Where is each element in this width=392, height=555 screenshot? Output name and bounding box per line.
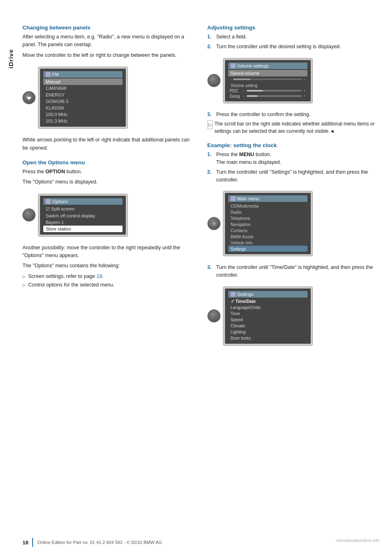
arrow-down-icon <box>27 97 31 100</box>
controller-knob-main-menu <box>207 217 220 230</box>
fm-screen-inner: FM Manual CARIVARI ENERGY GONG96.3 KLASS… <box>40 69 126 127</box>
options-screen-icon <box>46 199 51 204</box>
fm-screen-icon <box>46 72 51 77</box>
pdc-fill <box>247 90 263 92</box>
fm-screen-wrapper: FM Manual CARIVARI ENERGY GONG96.3 KLASS… <box>22 63 195 133</box>
options-screen-title-bar: Options <box>43 198 122 205</box>
fm-item-carivari: CARIVARI <box>43 85 122 92</box>
bold-option: OPTION <box>45 169 65 175</box>
option-bayern: Bayern 1 <box>43 219 122 226</box>
step-adjust-1: 1. Select a field. <box>207 33 380 41</box>
text-options-contains: The "Options" menu contains the followin… <box>22 262 195 270</box>
sv-plus-icon: + <box>303 77 306 82</box>
pdc-plus: + <box>303 89 305 93</box>
menu-cd: CD/Multimedia <box>228 203 307 209</box>
step-clock-num-1: 1. <box>207 151 214 166</box>
settings-climate: Climate <box>228 323 307 329</box>
bullet-screen-settings: Screen settings, refer to page 19. <box>22 273 195 280</box>
option-split-screen: ☑ Split screen <box>43 206 122 213</box>
options-screen-inner: Options ☑ Split screen Switch off contro… <box>40 196 126 235</box>
gong-fill <box>247 95 258 97</box>
fm-item-klassik: KLASSIK <box>43 105 122 111</box>
volume-screen-inner: Volume settings Speed volume − + Volume … <box>225 60 311 101</box>
text-changing-panels-1: After selecting a menu item, e.g. "Radio… <box>22 33 195 49</box>
settings-screen-mockup: Settings Time/Date Language/Units Tone S… <box>223 286 313 346</box>
left-column: Changing between panels After selecting … <box>22 25 195 353</box>
bullet-text-2: Control options for the selected menu. <box>28 282 114 288</box>
settings-speed: Speed <box>228 317 307 323</box>
step-num-1: 1. <box>207 33 214 41</box>
step-clock-1: 1. Press the MENU button. The main menu … <box>207 151 380 166</box>
sv-minus-icon: − <box>230 77 232 82</box>
sv-track <box>233 78 302 80</box>
watermark: carmanualsonline.info <box>336 538 380 543</box>
fm-item-101mhz: 101.3 MHz <box>43 118 122 124</box>
settings-screen-wrapper: Settings Time/Date Language/Units Tone S… <box>207 282 380 350</box>
options-screen-mockup: Options ☑ Split screen Switch off contro… <box>38 194 128 237</box>
step-clock-text-2: Turn the controller until "Settings" is … <box>216 168 380 184</box>
volume-screen-icon <box>231 63 236 68</box>
step-text-3: Press the controller to confirm the sett… <box>216 111 380 119</box>
settings-lighting: Lighting <box>228 329 307 335</box>
right-column: Adjusting settings 1. Select a field. 2.… <box>207 25 380 353</box>
heading-options-menu: Open the Options menu <box>22 159 195 166</box>
heading-adjusting-settings: Adjusting settings <box>207 25 380 31</box>
main-menu-screen-wrapper: Main menu CD/Multimedia Radio Telephone … <box>207 187 380 260</box>
sv-fill <box>233 78 250 80</box>
menu-settings: Settings <box>228 246 307 252</box>
bold-menu: MENU <box>239 152 254 157</box>
menu-telephone: Telephone <box>228 215 307 221</box>
main-menu-icon <box>231 196 236 201</box>
options-screen-wrapper: Options ☑ Split screen Switch off contro… <box>22 190 195 241</box>
volume-screen-title-bar: Volume settings <box>228 63 307 69</box>
heading-example-clock: Example: setting the clock <box>207 142 380 148</box>
fm-screen-title-bar: FM <box>43 71 122 78</box>
option-switch-off: Switch off control display <box>43 213 122 219</box>
controller-knob-settings <box>207 309 220 322</box>
step-clock-text-1: Press the MENU button. The main menu is … <box>216 151 380 166</box>
gong-track <box>247 95 302 97</box>
volume-speed-label: Speed volume <box>228 70 307 76</box>
option-store-station: Store station <box>43 226 122 232</box>
volume-screen-title: Volume settings <box>237 63 269 68</box>
scroll-note: ▷ The scroll bar on the right side indic… <box>207 120 380 135</box>
fm-item-gong: GONG96.3 <box>43 98 122 105</box>
fm-screen-mockup: FM Manual CARIVARI ENERGY GONG96.3 KLASS… <box>38 67 128 129</box>
settings-tone: Tone <box>228 311 307 317</box>
controller-knob-options <box>22 208 36 222</box>
step-num-3: 3. <box>207 111 214 119</box>
controller-knob-volume <box>207 74 220 87</box>
text-changing-panels-2: Move the controller to the left or right… <box>22 51 195 59</box>
step-clock-num-2: 2. <box>207 168 214 184</box>
heading-changing-panels: Changing between panels <box>22 25 195 31</box>
volume-screen-mockup: Volume settings Speed volume − + Volume … <box>223 58 313 103</box>
page-number: 18 <box>22 539 28 546</box>
idrive-sidebar-label: iDrive <box>7 49 14 69</box>
footer-text: Online Edition for Part no. 01 41 2 604 … <box>37 540 162 545</box>
menu-vehicle-info: Vehicle Info <box>228 239 307 246</box>
step-adjust-3: 3. Press the controller to confirm the s… <box>207 111 380 119</box>
menu-navigation: Navigation <box>228 221 307 227</box>
main-menu-screen-mockup: Main menu CD/Multimedia Radio Telephone … <box>223 191 313 256</box>
step-clock-3: 3. Turn the controller until "Time/Date"… <box>207 264 380 279</box>
volume-screen-wrapper: Volume settings Speed volume − + Volume … <box>207 54 380 107</box>
options-bullet-list: Screen settings, refer to page 19. Contr… <box>22 273 195 289</box>
text-options-displayed: The "Options" menu is displayed. <box>22 178 195 186</box>
bullet-control-options: Control options for the selected menu. <box>22 281 195 289</box>
step-num-2: 2. <box>207 43 214 51</box>
step-clock-text-3: Turn the controller until "Time/Date" is… <box>216 264 380 279</box>
link-page19[interactable]: 19 <box>96 273 102 279</box>
footer: 18 Online Edition for Part no. 01 41 2 6… <box>0 538 392 547</box>
options-screen-title: Options <box>52 199 68 204</box>
fm-item-manual: Manual <box>43 78 122 85</box>
settings-screen-inner: Settings Time/Date Language/Units Tone S… <box>225 289 311 344</box>
step-adjust-2: 2. Turn the controller until the desired… <box>207 43 380 51</box>
page-container: iDrive Changing between panels After sel… <box>0 0 392 555</box>
gong-label: Gong <box>230 94 241 98</box>
fm-screen-title: FM <box>52 72 59 77</box>
settings-language: Language/Units <box>228 304 307 311</box>
volume-setting-label: Volume setting: <box>228 83 307 88</box>
main-menu-title-bar: Main menu <box>228 195 307 202</box>
gong-plus: + <box>303 94 305 98</box>
settings-timedate: Time/Date <box>228 298 307 304</box>
